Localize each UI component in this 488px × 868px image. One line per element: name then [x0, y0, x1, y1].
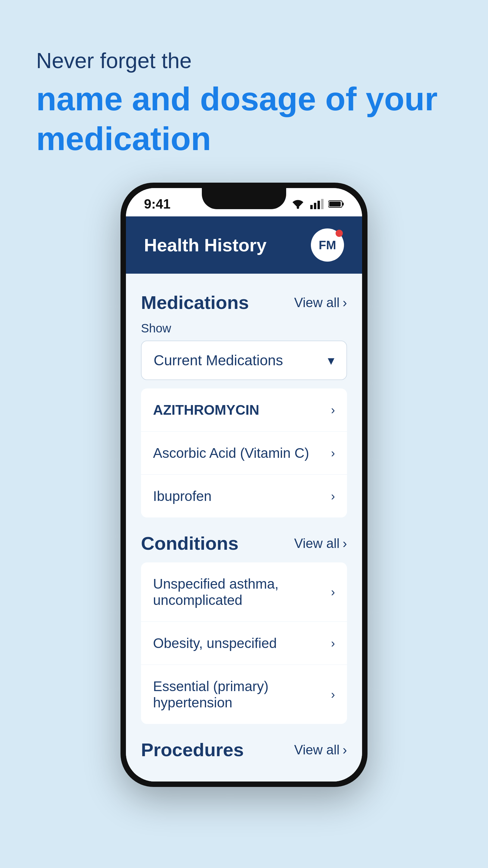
condition-chevron-hypertension: › [331, 688, 335, 701]
phone-frame: 9:41 [121, 183, 367, 787]
medication-label-azithromycin: AZITHROMYCIN [153, 402, 259, 418]
medications-list: AZITHROMYCIN › Ascorbic Acid (Vitamin C)… [141, 389, 347, 518]
medication-chevron-ibuprofen: › [331, 490, 335, 503]
procedures-view-all-label: View all [294, 742, 340, 757]
status-time: 9:41 [144, 196, 170, 212]
condition-chevron-asthma: › [331, 585, 335, 599]
procedures-section: Procedures View all › [141, 739, 347, 764]
avatar-initials: FM [319, 239, 336, 252]
avatar[interactable]: FM [311, 228, 344, 261]
medications-view-all-chevron: › [343, 295, 347, 310]
status-bar: 9:41 [126, 188, 362, 216]
condition-item-asthma[interactable]: Unspecified asthma, uncomplicated › [141, 562, 347, 622]
procedures-view-all[interactable]: View all › [294, 742, 347, 757]
conditions-view-all-chevron: › [343, 536, 347, 551]
conditions-view-all[interactable]: View all › [294, 536, 347, 551]
conditions-title: Conditions [141, 532, 238, 554]
signal-icon [310, 199, 324, 209]
dropdown-value: Current Medications [154, 352, 283, 369]
medication-item-ascorbic-acid[interactable]: Ascorbic Acid (Vitamin C) › [141, 432, 347, 475]
medications-title: Medications [141, 292, 249, 313]
svg-rect-1 [310, 205, 313, 209]
battery-icon [328, 200, 344, 208]
svg-rect-4 [321, 199, 324, 209]
background-subtitle: Never forget the [36, 48, 452, 73]
medications-header: Medications View all › [141, 292, 347, 313]
medication-label-ibuprofen: Ibuprofen [153, 488, 212, 504]
medications-view-all-label: View all [294, 295, 340, 310]
procedures-title: Procedures [141, 739, 244, 761]
medication-label-ascorbic-acid: Ascorbic Acid (Vitamin C) [153, 445, 309, 461]
phone-screen: 9:41 [126, 188, 362, 781]
conditions-header: Conditions View all › [141, 532, 347, 554]
procedures-view-all-chevron: › [343, 742, 347, 757]
app-header-title: Health History [144, 235, 267, 255]
medication-chevron-ascorbic-acid: › [331, 446, 335, 460]
medication-item-azithromycin[interactable]: AZITHROMYCIN › [141, 389, 347, 432]
background-title: name and dosage of your medication [36, 79, 452, 158]
svg-rect-2 [314, 203, 316, 209]
conditions-section: Conditions View all › Unspecified asthma… [141, 532, 347, 724]
svg-rect-3 [318, 201, 320, 209]
show-label: Show [141, 321, 347, 335]
svg-point-0 [297, 207, 299, 209]
medications-section: Medications View all › Show Current Medi… [141, 292, 347, 518]
wifi-icon [290, 198, 305, 210]
medications-view-all[interactable]: View all › [294, 295, 347, 310]
condition-label-hypertension: Essential (primary) hypertension [153, 678, 331, 711]
svg-rect-6 [342, 203, 344, 206]
dropdown-arrow-icon: ▾ [328, 352, 334, 368]
svg-rect-7 [329, 202, 341, 207]
condition-label-obesity: Obesity, unspecified [153, 635, 277, 651]
app-header: Health History FM [126, 216, 362, 274]
condition-item-hypertension[interactable]: Essential (primary) hypertension › [141, 665, 347, 724]
notch [202, 188, 286, 209]
conditions-list: Unspecified asthma, uncomplicated › Obes… [141, 562, 347, 724]
content-area: Medications View all › Show Current Medi… [126, 274, 362, 781]
conditions-view-all-label: View all [294, 536, 340, 551]
condition-label-asthma: Unspecified asthma, uncomplicated [153, 576, 331, 608]
avatar-badge [335, 230, 343, 237]
condition-chevron-obesity: › [331, 637, 335, 650]
medication-chevron-azithromycin: › [331, 403, 335, 417]
condition-item-obesity[interactable]: Obesity, unspecified › [141, 622, 347, 665]
medication-item-ibuprofen[interactable]: Ibuprofen › [141, 475, 347, 518]
status-icons [290, 198, 344, 210]
current-medications-dropdown[interactable]: Current Medications ▾ [141, 341, 347, 380]
